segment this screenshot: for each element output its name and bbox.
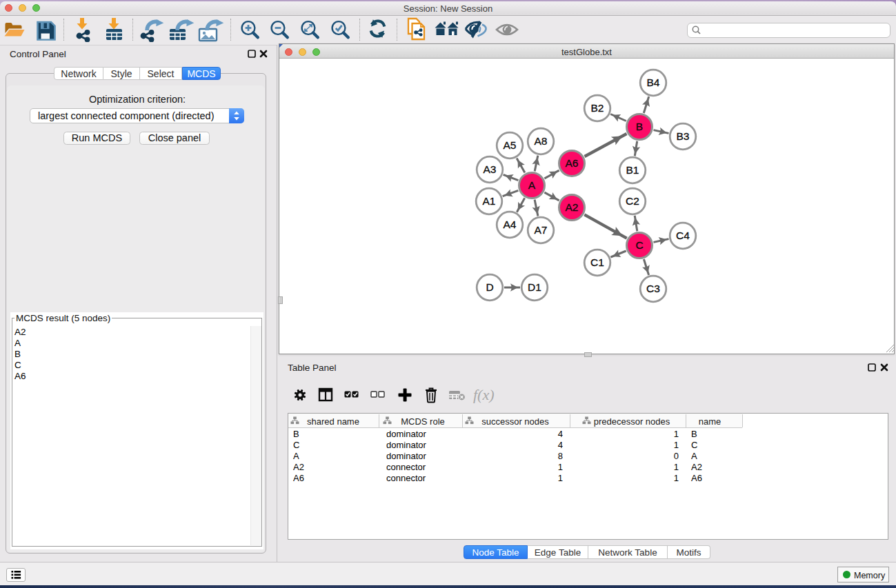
svg-text:D: D <box>486 281 493 293</box>
svg-text:A8: A8 <box>535 135 548 147</box>
svg-text:A1: A1 <box>483 195 496 207</box>
svg-text:B1: B1 <box>626 164 639 176</box>
svg-text:B2: B2 <box>591 102 604 114</box>
svg-text:D1: D1 <box>528 281 541 293</box>
svg-text:A5: A5 <box>504 139 517 151</box>
svg-text:C2: C2 <box>626 195 639 207</box>
svg-text:A2: A2 <box>566 201 579 213</box>
svg-text:C: C <box>635 239 643 251</box>
svg-text:A7: A7 <box>535 224 548 236</box>
svg-text:A6: A6 <box>566 157 579 169</box>
svg-text:B3: B3 <box>677 130 690 142</box>
svg-text:A: A <box>528 179 536 191</box>
svg-text:B: B <box>636 121 643 132</box>
svg-text:C3: C3 <box>646 283 660 294</box>
svg-text:C4: C4 <box>676 230 690 241</box>
svg-text:C1: C1 <box>590 256 604 268</box>
svg-text:A4: A4 <box>504 219 517 230</box>
svg-text:A3: A3 <box>484 163 497 175</box>
svg-text:B4: B4 <box>647 77 660 88</box>
